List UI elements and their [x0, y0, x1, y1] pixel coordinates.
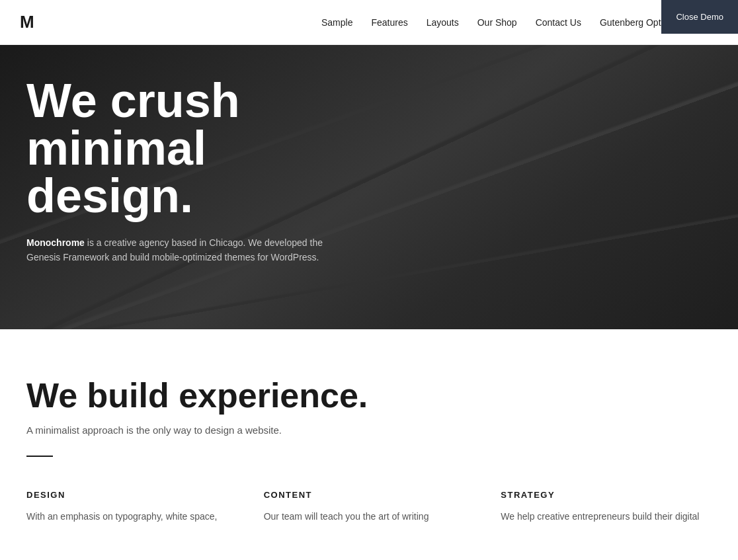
feature-design-text: With an emphasis on typography, white sp…	[26, 509, 237, 524]
feature-strategy: STRATEGY We help creative entrepreneurs …	[501, 490, 712, 524]
hero-content: We crush minimal design. Monochrome is a…	[26, 77, 344, 265]
nav-contact-us[interactable]: Contact Us	[536, 17, 581, 28]
hero-section: We crush minimal design. Monochrome is a…	[0, 45, 738, 329]
feature-design: DESIGN With an emphasis on typography, w…	[26, 490, 237, 524]
nav-layouts[interactable]: Layouts	[427, 17, 459, 28]
hero-description: Monochrome is a creative agency based in…	[26, 235, 344, 265]
feature-strategy-heading: STRATEGY	[501, 490, 712, 500]
nav-sample[interactable]: Sample	[321, 17, 352, 28]
content-section: We build experience. A minimalist approa…	[0, 329, 738, 557]
main-nav: Sample Features Layouts Our Shop Contact…	[321, 17, 718, 28]
section-title: We build experience.	[26, 376, 712, 415]
nav-our-shop[interactable]: Our Shop	[477, 17, 517, 28]
feature-content-text: Our team will teach you the art of writi…	[264, 509, 475, 524]
close-demo-button[interactable]: Close Demo	[661, 0, 738, 34]
demo-bar: Close Demo	[661, 0, 738, 34]
feature-design-heading: DESIGN	[26, 490, 237, 500]
nav-features[interactable]: Features	[371, 17, 407, 28]
section-divider	[26, 456, 53, 457]
section-subtitle: A minimalist approach is the only way to…	[26, 424, 712, 436]
feature-strategy-text: We help creative entrepreneurs build the…	[501, 509, 712, 524]
site-header: M Sample Features Layouts Our Shop Conta…	[0, 0, 738, 45]
feature-content: CONTENT Our team will teach you the art …	[264, 490, 475, 524]
hero-title: We crush minimal design.	[26, 77, 344, 220]
feature-content-heading: CONTENT	[264, 490, 475, 500]
feature-columns: DESIGN With an emphasis on typography, w…	[26, 490, 712, 524]
hero-brand: Monochrome	[26, 237, 85, 248]
site-logo[interactable]: M	[20, 12, 34, 32]
